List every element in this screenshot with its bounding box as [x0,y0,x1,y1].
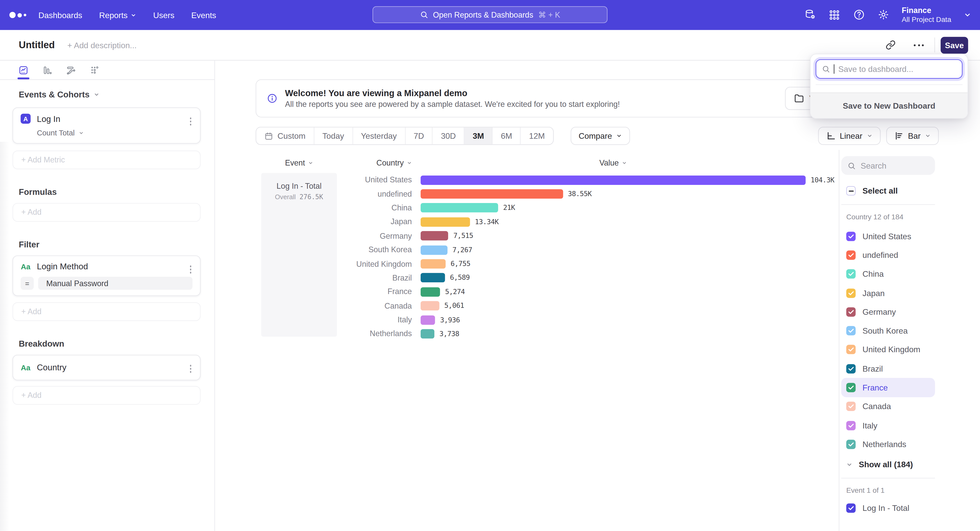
add-metric-button[interactable]: + Add Metric [13,151,200,169]
range-12m[interactable]: 12M [521,127,553,144]
country-checkbox[interactable] [846,269,856,279]
event-filter-row-log-in-total[interactable]: Log In - Total [841,499,935,518]
country-filter-row-united-states[interactable]: United States [841,227,935,246]
bar-value-label: 5,274 [445,288,465,296]
range-custom[interactable]: Custom [256,127,314,144]
column-header-event[interactable]: Event [261,159,337,167]
column-header-country[interactable]: Country [337,159,412,167]
project-switcher[interactable]: Finance All Project Data [902,6,951,24]
data-management-icon[interactable] [804,9,816,21]
tab-funnels[interactable] [43,65,52,75]
filter-property-name[interactable]: Login Method [37,262,88,271]
nav-item-events[interactable]: Events [191,10,216,20]
global-search-button[interactable]: Open Reports & Dashboards ⌘ + K [372,6,608,23]
tab-insights[interactable] [19,65,28,75]
chart-bar-row-united-states: United States104.3K [215,173,838,187]
country-checkbox[interactable] [846,250,856,260]
select-all-checkbox[interactable] [846,186,856,196]
breakdown-property-name[interactable]: Country [37,363,66,372]
add-description-placeholder[interactable]: + Add description... [67,40,137,50]
bar-segment[interactable] [421,231,449,241]
add-formula-button[interactable]: + Add [13,203,200,222]
tab-flows[interactable] [66,65,76,75]
bar-segment[interactable] [421,189,563,199]
country-filter-row-china[interactable]: China [841,265,935,283]
filter-value[interactable]: Manual Password [38,277,192,290]
show-all-button[interactable]: Show all (184) [841,455,935,474]
metric-kebab-icon[interactable] [188,116,192,127]
range-yesterday[interactable]: Yesterday [353,127,406,144]
section-events-cohorts[interactable]: Events & Cohorts [19,90,200,100]
range-3m[interactable]: 3M [465,127,493,144]
settings-gear-icon[interactable] [877,9,889,21]
country-filter-row-south-korea[interactable]: South Korea [841,321,935,340]
country-filter-row-brazil[interactable]: Brazil [841,359,935,378]
help-icon[interactable] [853,9,865,21]
apps-grid-icon[interactable] [829,9,841,21]
range-30d[interactable]: 30D [433,127,465,144]
metric-aggregation[interactable]: Count Total [37,128,192,137]
segment-search-input[interactable]: Search [841,156,935,175]
country-filter-row-germany[interactable]: Germany [841,303,935,321]
country-filter-row-netherlands[interactable]: Netherlands [841,435,935,454]
project-chevron-down-icon[interactable] [964,11,971,19]
report-title[interactable]: Untitled [19,39,55,51]
bar-segment[interactable] [421,259,445,269]
add-filter-button[interactable]: + Add [13,302,200,321]
save-button[interactable]: Save [941,36,968,53]
country-filter-row-japan[interactable]: Japan [841,284,935,303]
bar-segment[interactable] [421,203,498,213]
country-checkbox[interactable] [846,383,856,392]
range-6m[interactable]: 6M [493,127,521,144]
country-checkbox[interactable] [846,345,856,355]
save-dashboard-search-input[interactable]: Save to dashboard... [816,59,963,79]
breakdown-kebab-icon[interactable] [188,363,192,374]
bar-segment[interactable] [421,245,447,255]
bar-segment[interactable] [421,217,470,227]
country-checkbox[interactable] [846,307,856,317]
add-breakdown-button[interactable]: + Add [13,386,200,404]
bar-segment[interactable] [421,273,445,282]
filter-kebab-icon[interactable] [188,264,192,274]
nav-item-users[interactable]: Users [153,10,174,20]
country-checkbox[interactable] [846,440,856,449]
nav-item-dashboards[interactable]: Dashboards [38,10,83,20]
country-filter-label: undefined [862,250,898,260]
mixpanel-logo-icon[interactable] [10,12,26,18]
column-header-value[interactable]: Value [563,159,663,167]
range-7d[interactable]: 7D [406,127,433,144]
metric-event-name[interactable]: Log In [37,114,60,124]
filter-operator[interactable]: = [21,277,34,290]
breakdown-card[interactable]: Aa Country [13,355,200,380]
country-filter-row-canada[interactable]: Canada [841,397,935,416]
country-filter-row-united-kingdom[interactable]: United Kingdom [841,340,935,359]
bar-segment[interactable] [421,287,440,296]
country-checkbox[interactable] [846,326,856,336]
country-checkbox[interactable] [846,421,856,430]
country-filter-row-undefined[interactable]: undefined [841,246,935,265]
more-options-icon[interactable] [914,44,924,46]
metric-card[interactable]: A Log In Count Total [13,107,200,144]
country-checkbox[interactable] [846,402,856,411]
compare-button[interactable]: Compare [570,127,630,145]
bar-segment[interactable] [421,329,434,339]
filter-card[interactable]: Aa Login Method = Manual Password [13,255,200,296]
nav-item-reports[interactable]: Reports [99,10,136,20]
bar-segment[interactable] [421,301,439,311]
country-filter-row-italy[interactable]: Italy [841,416,935,435]
save-to-new-dashboard-button[interactable]: Save to New Dashboard [811,92,967,118]
copy-link-icon[interactable] [886,40,896,50]
bar-segment[interactable] [421,315,435,325]
tab-retention[interactable] [90,65,100,75]
value-scale-button[interactable]: Linear [818,127,880,145]
bar-segment[interactable] [421,175,806,185]
bar-country-label: Italy [215,315,412,324]
country-filter-row-france[interactable]: France [841,378,935,397]
event-checkbox[interactable] [846,504,856,513]
select-all-row[interactable]: Select all [846,186,935,196]
chart-type-button[interactable]: Bar [886,127,939,145]
range-today[interactable]: Today [314,127,353,144]
country-checkbox[interactable] [846,288,856,298]
country-checkbox[interactable] [846,364,856,373]
country-checkbox[interactable] [846,231,856,241]
